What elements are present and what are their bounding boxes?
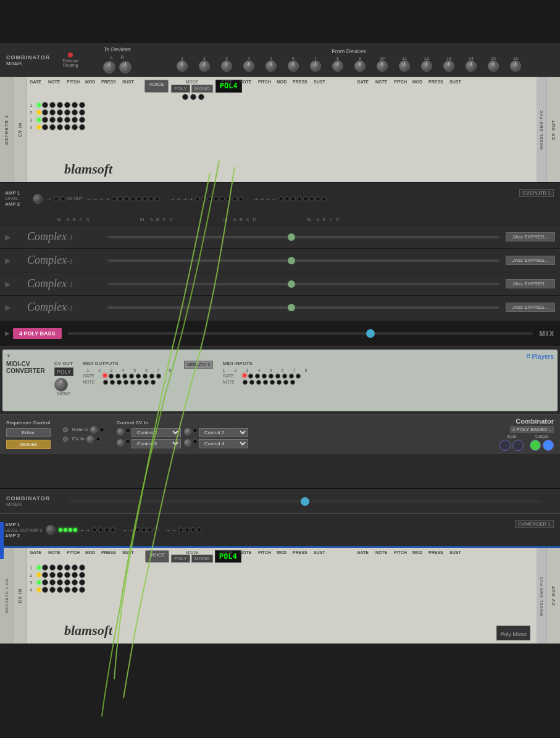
d2-r4-j1[interactable] (42, 587, 48, 593)
jack-in[interactable] (54, 196, 59, 201)
r4-pitch[interactable] (57, 124, 63, 130)
chain2-j3[interactable] (207, 196, 212, 201)
d2-r1-j3[interactable] (57, 564, 63, 571)
mix-slider[interactable] (68, 332, 533, 335)
note-j7[interactable] (144, 380, 149, 385)
r3-gate[interactable] (42, 117, 48, 123)
cv-out-knob[interactable] (54, 378, 68, 392)
d2-r1-j5[interactable] (72, 564, 78, 571)
ch-knob-2[interactable] (193, 61, 215, 72)
in-gate-j4[interactable] (269, 374, 274, 379)
ctrl1-select[interactable]: Control 1 (132, 428, 181, 437)
r4-sust[interactable] (79, 124, 85, 130)
in-note-j1[interactable] (243, 380, 248, 385)
d2-r1-j2[interactable] (49, 564, 56, 571)
chain2-j7[interactable] (232, 196, 237, 201)
mono-btn[interactable]: MONO (191, 85, 213, 93)
r3-press[interactable] (72, 117, 78, 123)
chain2-j2[interactable] (201, 196, 206, 201)
complex4-slider[interactable] (107, 306, 499, 309)
r3-sust[interactable] (79, 117, 85, 123)
amp1-knob[interactable] (33, 194, 43, 204)
d2-r3-j3[interactable] (57, 579, 63, 585)
note-j8[interactable] (151, 380, 156, 385)
chain1-j4[interactable] (130, 196, 135, 201)
d2-r3-j5[interactable] (72, 579, 78, 585)
complex2-slider[interactable] (107, 259, 499, 262)
a2-j6[interactable] (141, 527, 146, 532)
chain1-j7[interactable] (149, 196, 154, 201)
r2-note[interactable] (49, 109, 56, 115)
in-gate-j5[interactable] (275, 374, 280, 379)
note-j3[interactable] (117, 380, 122, 385)
d2-r2-j3[interactable] (57, 572, 63, 578)
r3-note[interactable] (49, 117, 56, 123)
ch-knob-13[interactable] (438, 61, 460, 72)
a2-j10[interactable] (185, 527, 190, 532)
r2-pitch[interactable] (57, 109, 63, 115)
chain3-j1[interactable] (278, 196, 283, 201)
ctrl4-knob[interactable] (184, 439, 191, 447)
ch-knob-8[interactable] (327, 61, 349, 72)
d2-r4-j6[interactable] (79, 587, 85, 593)
mix-expand-arrow[interactable]: ▶ (5, 330, 10, 337)
editor-button[interactable]: Editor (6, 428, 51, 437)
d2-r2-j6[interactable] (79, 572, 85, 578)
output-btn-1[interactable] (530, 440, 541, 451)
r2-gate[interactable] (42, 109, 48, 115)
mix-slider-thumb[interactable] (366, 329, 375, 338)
ctrl3-select[interactable]: Control 3 (132, 439, 181, 448)
d2-r3-j1[interactable] (42, 579, 48, 585)
input-btn-2[interactable] (512, 440, 524, 451)
d2-r4-j3[interactable] (57, 587, 63, 593)
cv-jack[interactable] (96, 437, 101, 442)
chain2-j6[interactable] (226, 196, 231, 201)
a2-j1[interactable] (92, 527, 97, 532)
chain3-j4[interactable] (297, 196, 302, 201)
ctrl2-knob[interactable] (184, 428, 191, 435)
a2-j4[interactable] (111, 527, 115, 532)
chain3-j5[interactable] (303, 196, 308, 201)
voice-jack-1[interactable] (182, 94, 188, 100)
in-gate-j8[interactable] (296, 374, 301, 379)
d2-r3-j6[interactable] (79, 579, 85, 585)
gate-j8[interactable] (156, 374, 161, 379)
in-gate-j2[interactable] (255, 374, 260, 379)
a2-j11[interactable] (191, 527, 196, 532)
note-j5[interactable] (130, 380, 135, 385)
r1-press[interactable] (72, 102, 78, 108)
d2-r3-j4[interactable] (64, 579, 70, 585)
ch-knob-12[interactable] (416, 61, 438, 72)
ctrl1-knob[interactable] (117, 428, 124, 435)
chain3-j8[interactable] (322, 196, 327, 201)
r4-gate[interactable] (42, 124, 48, 130)
gate-j7[interactable] (149, 374, 154, 379)
to-devices-knob-r[interactable] (119, 61, 132, 73)
chain2-j5[interactable] (220, 196, 225, 201)
chain2-j4[interactable] (214, 196, 219, 201)
chain2-j1[interactable] (195, 196, 200, 201)
ch-knob-14[interactable] (460, 61, 482, 72)
ch-knob-9[interactable] (349, 61, 371, 72)
voice-button[interactable]: VOICE (144, 80, 169, 93)
r1-gate[interactable] (42, 102, 48, 108)
a2-j5[interactable] (135, 527, 140, 532)
poly-bass-button[interactable]: 4 POLY BASS (13, 328, 62, 339)
a2-j12[interactable] (197, 527, 202, 532)
complex2-thumb[interactable] (288, 257, 295, 264)
complex1-thumb[interactable] (288, 233, 295, 241)
r3-mod[interactable] (64, 117, 70, 123)
voice-jack-3[interactable] (198, 94, 204, 100)
ch-knob-16[interactable] (504, 61, 527, 72)
cv-radio[interactable] (63, 437, 68, 442)
d2-r1-j6[interactable] (79, 564, 85, 571)
d2-r1-j4[interactable] (64, 564, 70, 571)
ctrl4-select[interactable]: Control 4 (199, 439, 248, 448)
ch-knob-11[interactable] (393, 61, 416, 72)
chain3-j2[interactable] (285, 196, 290, 201)
dstr2-voice-btn[interactable]: VOICE (145, 550, 169, 563)
chain3-j7[interactable] (316, 196, 320, 201)
gate-j4[interactable] (129, 374, 134, 379)
gate-j1[interactable] (109, 374, 114, 379)
ctrl1-jack[interactable] (125, 428, 130, 433)
